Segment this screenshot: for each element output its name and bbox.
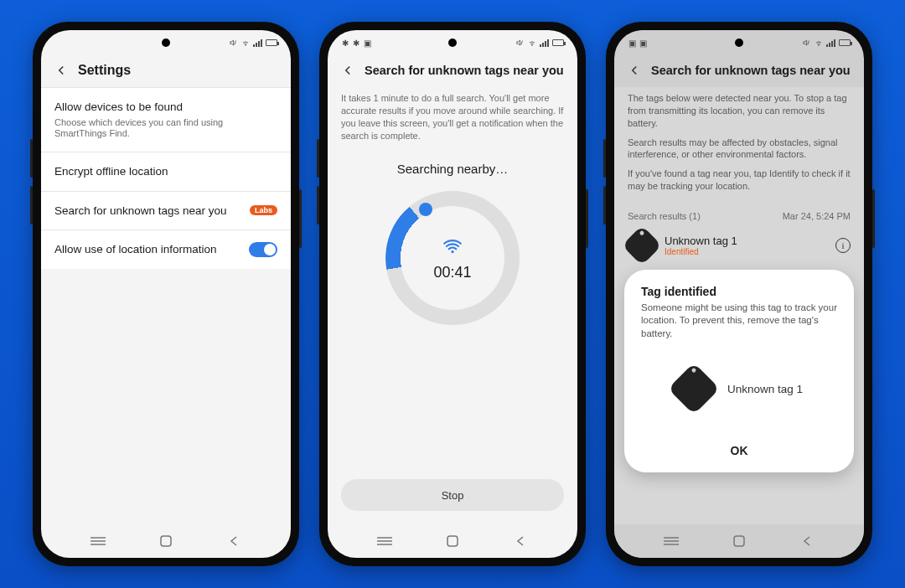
- phone-settings: Settings Allow devices to be found Choos…: [33, 22, 299, 566]
- notification-icon: ✱: [341, 39, 349, 47]
- tag-identified-dialog: Tag identified Someone might be using th…: [624, 270, 854, 473]
- power-button[interactable]: [872, 189, 875, 248]
- svg-line-6: [521, 41, 523, 45]
- row-subtitle: Choose which devices you can find using …: [54, 117, 277, 141]
- signal-icon: [826, 39, 835, 47]
- progress-ring: 00:41: [385, 191, 520, 325]
- notification-icon: ✱: [352, 39, 360, 47]
- back-nav-button[interactable]: [508, 534, 533, 548]
- svg-rect-12: [447, 536, 458, 546]
- svg-point-7: [532, 45, 533, 46]
- row-title: Encrypt offline location: [54, 164, 277, 179]
- volume-up-button[interactable]: [30, 139, 33, 178]
- battery-icon: [266, 39, 277, 46]
- page-title: Search for unknown tags near you: [651, 64, 851, 77]
- back-nav-button[interactable]: [794, 534, 820, 548]
- front-camera: [448, 39, 457, 47]
- mute-icon: [516, 39, 525, 47]
- back-button[interactable]: [339, 62, 356, 79]
- search-description: It takes 1 minute to do a full search. Y…: [328, 87, 577, 150]
- result-status: Identified: [665, 247, 827, 256]
- dialog-ok-button[interactable]: OK: [641, 432, 837, 464]
- page-title: Search for unknown tags near you: [365, 64, 564, 77]
- tag-thumbnail-icon: [622, 225, 662, 266]
- desc-para-3: If you've found a tag near you, tap Iden…: [628, 168, 851, 193]
- battery-icon: [839, 39, 851, 46]
- home-button[interactable]: [440, 534, 465, 548]
- phone-search-progress: ✱ ✱ ▣ Search for unknown tags near you: [319, 22, 586, 566]
- svg-line-13: [808, 41, 809, 45]
- tag-thumbnail-icon: [668, 363, 720, 415]
- wifi-icon: [814, 39, 823, 47]
- row-title: Search for unknown tags near you: [54, 204, 241, 219]
- volume-up-button[interactable]: [603, 139, 606, 178]
- svg-rect-18: [734, 536, 744, 546]
- result-row[interactable]: Unknown tag 1 Identified i: [614, 226, 864, 265]
- stop-label: Stop: [442, 489, 464, 502]
- searching-label: Searching nearby…: [397, 162, 509, 176]
- dialog-tag-name: Unknown tag 1: [727, 383, 803, 395]
- notification-icon: ▣: [628, 39, 636, 47]
- labs-badge: Labs: [250, 205, 277, 215]
- results-timestamp: Mar 24, 5:24 PM: [783, 211, 851, 221]
- home-button[interactable]: [727, 534, 752, 548]
- notification-icon: ▣: [639, 39, 647, 47]
- row-allow-location-info[interactable]: Allow use of location information: [41, 230, 291, 269]
- dialog-tag-item: Unknown tag 1: [641, 370, 837, 407]
- row-allow-devices-found[interactable]: Allow devices to be found Choose which d…: [41, 88, 291, 152]
- mute-icon: [230, 39, 238, 47]
- back-button[interactable]: [626, 62, 643, 79]
- ok-label: OK: [731, 444, 748, 457]
- result-name: Unknown tag 1: [665, 235, 827, 247]
- recents-button[interactable]: [372, 534, 397, 548]
- row-search-unknown-tags[interactable]: Search for unknown tags near you Labs: [41, 192, 291, 231]
- desc-para-1: The tags below were detected near you. T…: [628, 92, 851, 130]
- recents-button[interactable]: [659, 534, 684, 548]
- notification-icon: ▣: [363, 39, 371, 47]
- row-encrypt-offline-location[interactable]: Encrypt offline location: [41, 152, 291, 192]
- power-button[interactable]: [299, 189, 302, 248]
- svg-point-14: [819, 45, 820, 46]
- svg-rect-5: [161, 536, 171, 546]
- results-description: The tags below were detected near you. T…: [614, 87, 864, 206]
- phone-search-results: ▣ ▣ Search for unknown tags near you: [606, 22, 872, 566]
- location-toggle[interactable]: [249, 242, 277, 257]
- power-button[interactable]: [586, 189, 588, 248]
- home-button[interactable]: [153, 534, 178, 548]
- signal-icon: [253, 39, 262, 47]
- back-button[interactable]: [53, 62, 70, 79]
- system-nav-bar: [328, 524, 577, 558]
- front-camera: [162, 39, 170, 47]
- row-title: Allow devices to be found: [54, 100, 277, 115]
- info-icon[interactable]: i: [835, 238, 851, 253]
- desc-para-2: Search results may be affected by obstac…: [628, 137, 851, 162]
- svg-point-1: [246, 45, 246, 46]
- stop-button[interactable]: Stop: [341, 479, 564, 511]
- wifi-icon: [241, 39, 250, 47]
- system-nav-bar: [614, 524, 864, 558]
- recents-button[interactable]: [85, 534, 111, 548]
- volume-down-button[interactable]: [30, 186, 33, 224]
- signal-icon: [540, 39, 549, 47]
- page-title: Settings: [78, 63, 131, 78]
- dialog-title: Tag identified: [641, 285, 837, 298]
- front-camera: [735, 39, 743, 47]
- dialog-body: Someone might be using this tag to track…: [641, 302, 837, 341]
- svg-line-0: [235, 41, 236, 45]
- settings-list: Allow devices to be found Choose which d…: [41, 87, 291, 269]
- row-title: Allow use of location information: [54, 242, 240, 257]
- wifi-icon: [528, 39, 536, 47]
- battery-icon: [552, 39, 564, 46]
- radar-icon: [442, 235, 463, 260]
- svg-point-8: [451, 250, 453, 253]
- volume-down-button[interactable]: [317, 186, 319, 224]
- search-progress-area: Searching nearby… 00:41: [328, 150, 577, 466]
- results-header: Search results (1) Mar 24, 5:24 PM: [614, 206, 864, 226]
- volume-up-button[interactable]: [317, 139, 319, 178]
- volume-down-button[interactable]: [603, 186, 606, 224]
- mute-icon: [803, 39, 811, 47]
- timer-value: 00:41: [433, 264, 471, 281]
- results-count: Search results (1): [628, 211, 701, 221]
- back-nav-button[interactable]: [221, 534, 246, 548]
- system-nav-bar: [41, 524, 291, 558]
